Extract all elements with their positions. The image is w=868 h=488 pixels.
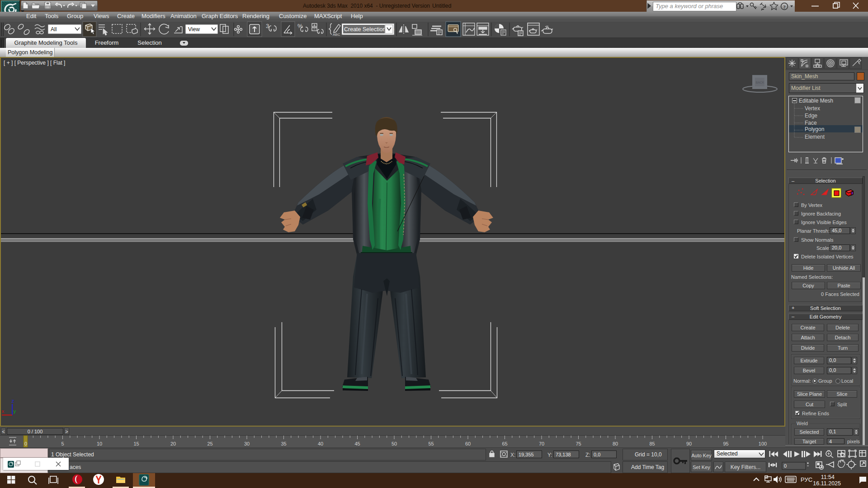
svg-text:x: x: [1, 409, 5, 414]
svg-text:y: y: [13, 409, 16, 414]
svg-text:[ + ] [ Perspective ] [ Flat ]: [ + ] [ Perspective ] [ Flat ]: [4, 60, 65, 66]
svg-text:z: z: [11, 399, 14, 404]
svg-text:BACK: BACK: [755, 81, 764, 84]
